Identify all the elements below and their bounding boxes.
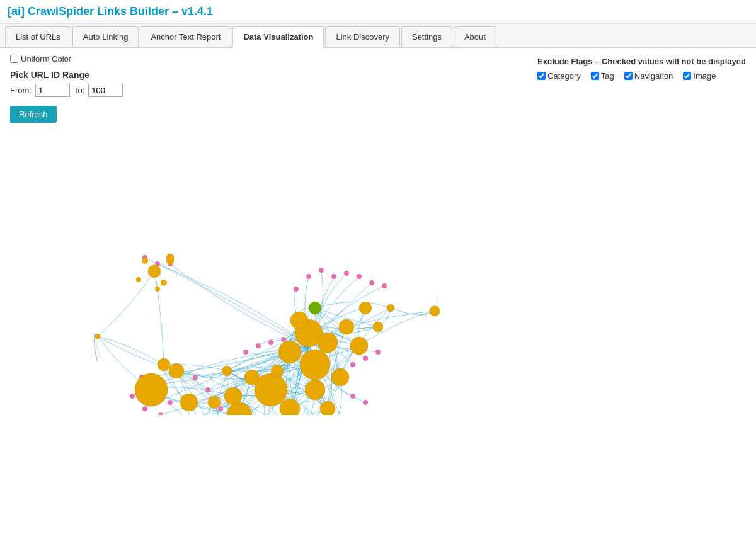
tab-auto-linking[interactable]: Auto Linking [72, 26, 139, 47]
flag-label-navigation: Navigation [634, 71, 673, 81]
flag-item-tag: Tag [591, 71, 614, 81]
exclude-flags-title: Exclude Flags – Checked values will not … [537, 57, 746, 66]
flag-label-image: Image [693, 71, 716, 81]
tab-about[interactable]: About [454, 26, 496, 47]
to-input[interactable] [88, 84, 123, 97]
tab-settings[interactable]: Settings [401, 26, 452, 47]
flag-checkbox-image[interactable] [683, 72, 691, 80]
flag-checkbox-navigation[interactable] [624, 72, 633, 80]
uniform-color-label: Uniform Color [21, 54, 71, 64]
network-canvas [0, 125, 743, 415]
exclude-flags-checkboxes: CategoryTagNavigationImage [537, 71, 746, 81]
tab-data-visualization[interactable]: Data Visualization [232, 26, 324, 48]
flag-item-category: Category [537, 71, 581, 81]
uniform-color-checkbox[interactable] [10, 55, 18, 63]
app-title: [ai] CrawlSpider Links Builder – v1.4.1 [0, 0, 756, 24]
from-label: From: [10, 86, 32, 95]
flag-checkbox-category[interactable] [537, 72, 546, 80]
from-input[interactable] [35, 84, 70, 97]
uniform-color-row: Uniform Color [10, 54, 123, 64]
tab-bar: List of URLsAuto LinkingAnchor Text Repo… [0, 24, 756, 48]
flag-label-tag: Tag [601, 71, 614, 81]
tab-list-of-urls[interactable]: List of URLs [5, 26, 71, 47]
tab-link-discovery[interactable]: Link Discovery [325, 26, 400, 47]
flag-item-image: Image [683, 71, 716, 81]
flag-checkbox-tag[interactable] [591, 72, 599, 80]
flag-item-navigation: Navigation [624, 71, 673, 81]
visualization-area [0, 125, 756, 415]
refresh-button[interactable]: Refresh [10, 106, 57, 123]
tab-anchor-text-report[interactable]: Anchor Text Report [140, 26, 231, 47]
flag-label-category: Category [547, 71, 581, 81]
to-label: To: [74, 86, 84, 95]
url-range-title: Pick URL ID Range [10, 70, 123, 80]
